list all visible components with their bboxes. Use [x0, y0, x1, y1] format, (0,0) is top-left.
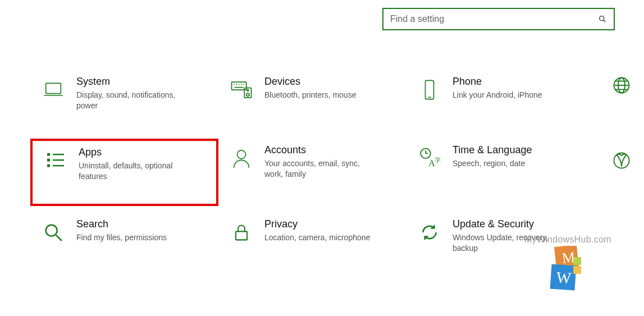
tile-apps[interactable]: Apps Uninstall, defaults, optional featu… — [30, 139, 218, 206]
search-box[interactable] — [382, 8, 615, 30]
tile-phone[interactable]: Phone Link your Android, iPhone — [407, 70, 595, 132]
svg-line-1 — [604, 20, 606, 22]
svg-point-28 — [46, 225, 57, 236]
tile-search[interactable]: Search Find my files, permissions — [30, 213, 218, 274]
svg-line-29 — [56, 235, 62, 241]
search-icon — [598, 15, 607, 24]
tile-privacy[interactable]: Privacy Location, camera, microphone — [218, 213, 407, 274]
tile-desc: Speech, region, date — [453, 158, 565, 169]
svg-rect-41 — [573, 257, 581, 265]
tile-desc: Bluetooth, printers, mouse — [264, 90, 377, 100]
person-icon — [229, 145, 254, 171]
tile-title: Devices — [264, 76, 396, 88]
svg-point-13 — [247, 90, 249, 91]
tile-desc: Find my files, permissions — [76, 232, 189, 243]
time-language-icon: A 字 — [417, 145, 442, 171]
tile-desc: Location, camera, microphone — [264, 232, 377, 243]
tile-title: System — [76, 76, 208, 88]
lock-icon — [229, 219, 254, 245]
globe-icon — [611, 75, 632, 95]
tile-system[interactable]: System Display, sound, notifications, po… — [30, 70, 218, 132]
tile-desc: Uninstall, defaults, optional features — [79, 161, 191, 182]
tile-accounts[interactable]: Accounts Your accounts, email, sync, wor… — [218, 139, 407, 206]
svg-text:字: 字 — [435, 157, 441, 163]
tile-title: Accounts — [264, 144, 396, 156]
watermark-logo: M W — [549, 246, 588, 291]
tile-title: Phone — [453, 76, 584, 88]
tile-desc: Your accounts, email, sync, work, family — [264, 158, 377, 180]
tile-title: Search — [76, 218, 208, 230]
svg-rect-14 — [426, 80, 434, 99]
apps-list-icon — [43, 148, 68, 173]
keyboard-speaker-icon — [229, 77, 254, 103]
svg-point-12 — [246, 93, 249, 96]
phone-icon — [417, 77, 442, 103]
tile-title: Privacy — [264, 218, 396, 230]
watermark-text: MyWindowsHub.com — [524, 235, 611, 245]
sync-icon — [417, 219, 442, 245]
xbox-icon — [611, 150, 632, 171]
svg-rect-30 — [236, 231, 247, 240]
svg-point-22 — [237, 150, 246, 159]
svg-rect-17 — [47, 159, 50, 162]
svg-rect-16 — [47, 153, 50, 156]
side-icons — [611, 75, 632, 171]
svg-text:W: W — [556, 268, 572, 287]
magnifier-icon — [40, 219, 66, 245]
tile-desc: Link your Android, iPhone — [453, 90, 565, 100]
svg-point-0 — [600, 16, 604, 21]
laptop-icon — [40, 77, 66, 103]
tile-title: Update & Security — [453, 218, 584, 230]
svg-rect-18 — [47, 164, 50, 167]
tile-desc: Display, sound, notifications, power — [76, 90, 189, 111]
svg-rect-2 — [46, 83, 61, 93]
svg-rect-42 — [573, 266, 581, 274]
tile-title: Apps — [79, 146, 206, 158]
tile-time-language[interactable]: A 字 Time & Language Speech, region, date — [407, 139, 595, 206]
tile-devices[interactable]: Devices Bluetooth, printers, mouse — [218, 70, 407, 132]
search-input[interactable] — [390, 14, 598, 24]
tile-title: Time & Language — [453, 144, 584, 156]
